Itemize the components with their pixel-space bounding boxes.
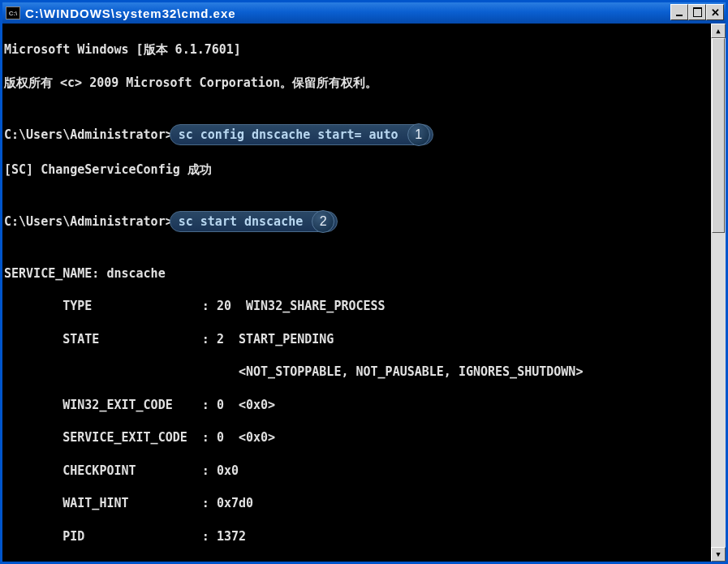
prompt-line-1: C:\Users\Administrator>sc config dnscach… xyxy=(4,124,709,145)
version-text: Microsoft Windows [版本 6.1.7601] xyxy=(4,41,709,58)
step-badge-2: 2 xyxy=(312,210,334,233)
service-win32-exit: WIN32_EXIT_CODE : 0 <0x0> xyxy=(4,397,709,413)
service-type: TYPE : 20 WIN32_SHARE_PROCESS xyxy=(4,298,709,314)
titlebar[interactable]: C:\ C:\WINDOWS\system32\cmd.exe ✕ xyxy=(2,2,726,24)
content-area: Microsoft Windows [版本 6.1.7601] 版权所有 <c>… xyxy=(2,24,726,562)
window-controls: ✕ xyxy=(670,4,724,20)
command-highlight-1: sc config dnscache start= auto1 xyxy=(170,124,433,145)
command-1: sc config dnscache start= auto xyxy=(179,127,398,142)
service-wait-hint: WAIT_HINT : 0x7d0 xyxy=(4,495,709,511)
terminal-output[interactable]: Microsoft Windows [版本 6.1.7601] 版权所有 <c>… xyxy=(2,24,711,562)
service-pid: PID : 1372 xyxy=(4,528,709,545)
window-title: C:\WINDOWS\system32\cmd.exe xyxy=(25,6,236,20)
service-state2: <NOT_STOPPABLE, NOT_PAUSABLE, IGNORES_SH… xyxy=(4,364,709,380)
command-2: sc start dnscache xyxy=(179,214,304,229)
scroll-thumb[interactable] xyxy=(712,38,725,233)
scroll-down-button[interactable]: ▼ xyxy=(711,547,726,562)
scroll-up-button[interactable]: ▲ xyxy=(711,24,726,38)
scroll-track[interactable] xyxy=(711,38,726,547)
copyright-text: 版权所有 <c> 2009 Microsoft Corporation。保留所有… xyxy=(4,75,709,91)
service-exit-code: SERVICE_EXIT_CODE : 0 <0x0> xyxy=(4,429,709,446)
command-highlight-2: sc start dnscache2 xyxy=(170,211,338,232)
maximize-button[interactable] xyxy=(688,4,706,20)
response-1: [SC] ChangeServiceConfig 成功 xyxy=(4,161,709,178)
prompt-line-2: C:\Users\Administrator>sc start dnscache… xyxy=(4,211,709,232)
service-state: STATE : 2 START_PENDING xyxy=(4,331,709,347)
vertical-scrollbar[interactable]: ▲ ▼ xyxy=(711,24,726,562)
service-flags: FLAGS : xyxy=(4,561,709,562)
cmd-window: C:\ C:\WINDOWS\system32\cmd.exe ✕ Micros… xyxy=(0,0,728,564)
prompt-text: C:\Users\Administrator> xyxy=(4,127,173,142)
minimize-button[interactable] xyxy=(670,4,688,20)
service-checkpoint: CHECKPOINT : 0x0 xyxy=(4,463,709,479)
prompt-text: C:\Users\Administrator> xyxy=(4,214,173,229)
step-badge-1: 1 xyxy=(407,123,430,146)
service-name: SERVICE_NAME: dnscache xyxy=(4,265,709,282)
app-icon: C:\ xyxy=(6,6,20,19)
close-button[interactable]: ✕ xyxy=(706,4,724,20)
